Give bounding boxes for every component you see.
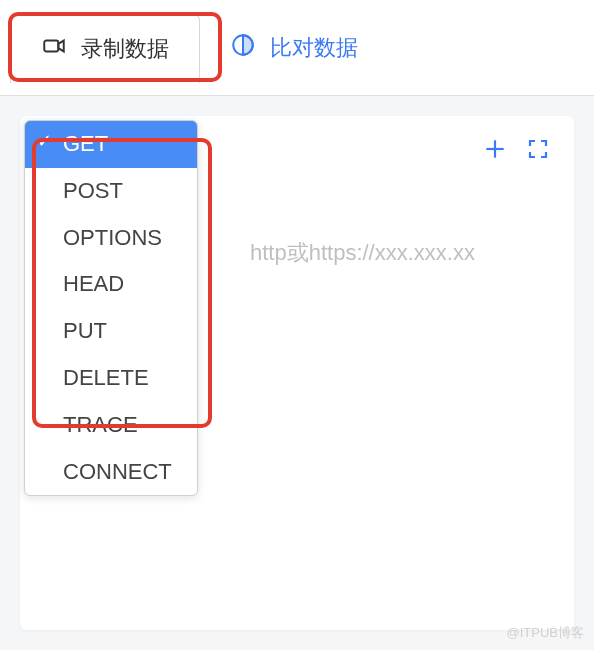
panel-toolbar bbox=[482, 136, 550, 162]
http-method-option-post[interactable]: POST bbox=[25, 168, 197, 215]
tab-compare-data[interactable]: 比对数据 bbox=[200, 14, 388, 82]
expand-button[interactable] bbox=[526, 137, 550, 161]
http-method-dropdown[interactable]: GETPOSTOPTIONSHEADPUTDELETETRACECONNECT bbox=[24, 120, 198, 496]
tab-bar: 录制数据 比对数据 bbox=[0, 0, 594, 96]
http-method-option-connect[interactable]: CONNECT bbox=[25, 449, 197, 496]
compare-icon bbox=[230, 32, 256, 64]
tab-compare-label: 比对数据 bbox=[270, 33, 358, 63]
watermark: @ITPUB博客 bbox=[507, 624, 584, 642]
http-method-option-head[interactable]: HEAD bbox=[25, 261, 197, 308]
main-panel: http或https://xxx.xxx.xx GETPOSTOPTIONSHE… bbox=[20, 116, 574, 630]
camera-icon bbox=[41, 33, 67, 65]
add-button[interactable] bbox=[482, 136, 508, 162]
tab-record-label: 录制数据 bbox=[81, 34, 169, 64]
content-area: http或https://xxx.xxx.xx GETPOSTOPTIONSHE… bbox=[0, 96, 594, 650]
svg-rect-0 bbox=[44, 40, 58, 51]
url-placeholder-text: http或https://xxx.xxx.xx bbox=[250, 238, 475, 268]
http-method-option-options[interactable]: OPTIONS bbox=[25, 215, 197, 262]
http-method-option-trace[interactable]: TRACE bbox=[25, 402, 197, 449]
tab-record-data[interactable]: 录制数据 bbox=[10, 14, 200, 83]
http-method-option-get[interactable]: GET bbox=[25, 121, 197, 168]
http-method-option-delete[interactable]: DELETE bbox=[25, 355, 197, 402]
http-method-option-put[interactable]: PUT bbox=[25, 308, 197, 355]
